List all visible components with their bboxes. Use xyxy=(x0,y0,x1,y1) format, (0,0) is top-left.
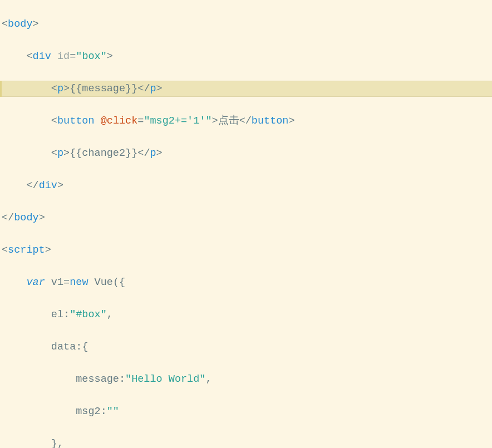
code-line: <p>{{change2}}</p> xyxy=(0,145,492,161)
prop-el: el xyxy=(51,309,63,321)
prop-message: message xyxy=(76,373,119,385)
code-line: <body> xyxy=(0,16,492,32)
directive-click: click xyxy=(107,115,138,127)
tag-div: div xyxy=(33,51,51,62)
code-editor[interactable]: <body> <div id="box"> <p>{{message}}</p>… xyxy=(0,0,492,448)
tag-body: body xyxy=(8,18,32,30)
tag-script: script xyxy=(8,244,45,256)
code-line: <script> xyxy=(0,242,492,258)
code-line: <button @click="msg2+='1'">点击</button> xyxy=(0,113,492,129)
mustache-message: {{message}} xyxy=(70,83,137,95)
attr-value: "box" xyxy=(76,51,107,62)
mustache-change2: {{change2}} xyxy=(70,147,137,159)
code-line: msg2:"" xyxy=(0,403,492,420)
code-line: </div> xyxy=(0,178,492,194)
code-line: </body> xyxy=(0,210,492,226)
bracket: > xyxy=(33,18,39,30)
code-line: var v1=new Vue({ xyxy=(0,274,492,291)
string-empty: "" xyxy=(107,406,119,417)
code-line: el:"#box", xyxy=(0,307,492,323)
keyword-var: var xyxy=(26,277,45,288)
at-sign: @ xyxy=(101,115,107,127)
code-line: <div id="box"> xyxy=(0,48,492,65)
string-hello: "Hello World" xyxy=(125,373,205,385)
bracket: < xyxy=(2,18,8,30)
string-box: "#box" xyxy=(70,309,107,321)
code-line: }, xyxy=(0,436,492,448)
code-line-highlighted: <p>{{message}}</p> xyxy=(0,81,492,97)
button-text: 点击 xyxy=(218,115,239,127)
class-vue: Vue xyxy=(95,277,113,288)
code-line: data:{ xyxy=(0,339,492,355)
prop-msg2: msg2 xyxy=(76,406,100,417)
keyword-new: new xyxy=(70,277,88,288)
click-handler: "msg2+='1'" xyxy=(144,115,211,127)
attr-id: id xyxy=(57,51,70,62)
code-line: message:"Hello World", xyxy=(0,371,492,387)
prop-data: data xyxy=(51,341,76,353)
tag-p: p xyxy=(57,147,63,159)
tag-button: button xyxy=(57,115,95,127)
variable-v1: v1 xyxy=(51,277,63,288)
tag-p: p xyxy=(57,83,63,95)
